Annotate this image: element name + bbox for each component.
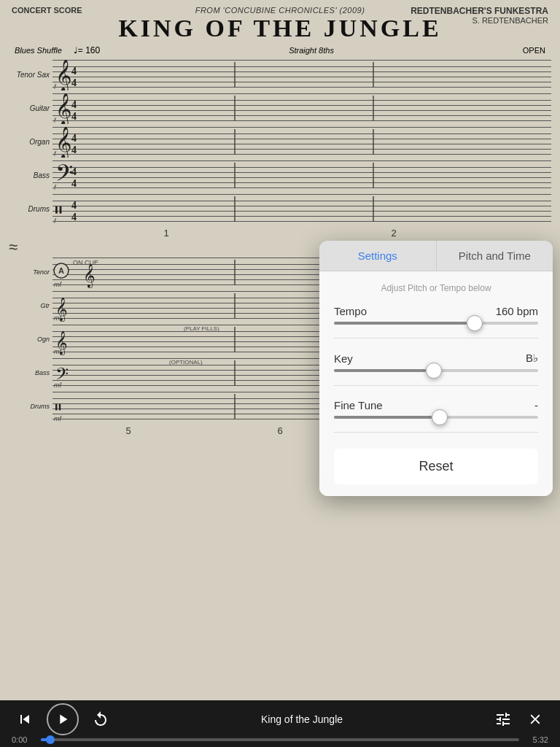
svg-text:4: 4 [71, 133, 77, 144]
concert-score-label: CONCERT SCORE [12, 6, 82, 15]
svg-text:4: 4 [71, 212, 77, 222]
rewind-button[interactable] [12, 706, 38, 732]
pitch-time-tab[interactable]: Pitch and Time [437, 241, 553, 271]
panel-body: Adjust Pitch or Tempo below Tempo 160 bp… [319, 271, 553, 496]
tenor-sax-lines: 𝄞 4 4 f [52, 58, 551, 90]
fine-tune-slider-fill [334, 416, 432, 419]
drums-notation-top: 𝄥 4 4 f [52, 193, 551, 225]
tempo-line: Blues Shuffle ♩= 160 Straight 8ths OPEN [9, 44, 551, 57]
drums-label-b: Drums [9, 390, 52, 422]
key-row: Key B♭ [334, 352, 538, 372]
settings-panel: Settings Pitch and Time Adjust Pitch or … [319, 241, 553, 496]
divider-1 [334, 338, 538, 338]
tenor-sax-notation: 𝄞 4 4 f [52, 58, 551, 90]
composer-name: S. REDTENBACHER [411, 16, 548, 25]
svg-text:(OPTIONAL): (OPTIONAL) [169, 359, 203, 365]
playback-controls: King of the Jungle [0, 703, 560, 735]
svg-text:𝄞: 𝄞 [55, 126, 71, 158]
measure-num-2: 2 [391, 228, 396, 239]
svg-text:𝄢: 𝄢 [55, 160, 73, 191]
key-value: B♭ [526, 352, 538, 365]
organ-notation: 𝄞 4 4 f [52, 125, 551, 158]
straight-8ths-label: Straight 8ths [112, 46, 511, 55]
tempo-slider-track[interactable] [334, 322, 538, 325]
key-slider-thumb[interactable] [426, 363, 442, 379]
tempo-label: Tempo [334, 305, 367, 317]
mixer-icon [494, 711, 512, 728]
tempo-slider-fill [334, 322, 467, 325]
panel-tab-bar: Settings Pitch and Time [319, 241, 553, 271]
rewind-icon [16, 711, 34, 728]
repeat-icon [92, 711, 109, 728]
svg-text:4: 4 [71, 178, 77, 189]
progress-dot[interactable] [46, 735, 55, 744]
drums-label-top: Drums [9, 193, 52, 225]
bass-label-b: Bass [9, 357, 52, 389]
drums-lines-top: 𝄥 4 4 f [52, 193, 551, 225]
bass-staff: Bass 𝄢 4 4 f [9, 159, 551, 191]
fine-tune-slider-thumb[interactable] [432, 409, 448, 425]
measure-num-1: 1 [163, 228, 168, 239]
fine-tune-slider-track[interactable] [334, 416, 538, 419]
svg-text:4: 4 [71, 166, 77, 177]
guitar-label: Guitar [9, 92, 52, 124]
key-label: Key [334, 352, 353, 365]
composer-info: REDTENBACHER'S FUNKESTRA S. REDTENBACHER [411, 6, 548, 25]
guitar-staff: Guitar 𝄞 4 4 f [9, 92, 551, 124]
panel-subtitle: Adjust Pitch or Tempo below [334, 283, 538, 293]
tempo-row: Tempo 160 bpm [334, 305, 538, 325]
progress-section: 0:00 5:32 [0, 735, 560, 744]
svg-text:A: A [58, 266, 64, 275]
divider-2 [334, 385, 538, 386]
guitar-lines: 𝄞 4 4 f [52, 92, 551, 124]
mixer-button[interactable] [490, 706, 516, 732]
tempo-slider-thumb[interactable] [467, 315, 483, 331]
tempo-value: 160 bpm [496, 305, 538, 317]
repeat-button[interactable] [88, 706, 114, 732]
total-time: 5:32 [525, 735, 548, 744]
svg-text:mf: mf [54, 415, 62, 422]
tenor-sax-label: Tenor Sax [9, 58, 52, 90]
guitar-label-b: Gtr [9, 290, 52, 322]
key-slider-fill [334, 369, 426, 372]
organ-staff: Organ 𝄞 4 4 f [9, 125, 551, 158]
fine-tune-value: - [534, 399, 538, 411]
squiggle-icon: ≈ [9, 238, 18, 257]
key-slider-track[interactable] [334, 369, 538, 372]
measure-num-5: 5 [125, 425, 131, 436]
svg-text:4: 4 [71, 99, 77, 110]
close-icon [527, 711, 543, 727]
reset-button[interactable]: Reset [334, 449, 538, 484]
bpm-marking: ♩= 160 [74, 45, 100, 55]
svg-text:4: 4 [71, 77, 77, 88]
bass-notation: 𝄢 4 4 f [52, 159, 551, 191]
tempo-style: Blues Shuffle [15, 46, 62, 55]
tenor-label-b: Tenor [9, 256, 52, 288]
play-icon [55, 711, 71, 727]
measure-num-6: 6 [277, 425, 282, 436]
settings-tab[interactable]: Settings [319, 241, 436, 271]
organ-lines: 𝄞 4 4 f [52, 125, 551, 158]
bass-label: Bass [9, 159, 52, 191]
fine-tune-label: Fine Tune [334, 399, 383, 411]
drums-staff-top: Drums 𝄥 4 4 f [9, 193, 551, 225]
svg-text:mf: mf [54, 348, 62, 355]
tempo-header: Tempo 160 bpm [334, 305, 538, 317]
progress-bar[interactable] [41, 738, 519, 741]
bass-lines: 𝄢 4 4 f [52, 159, 551, 191]
svg-text:𝄞: 𝄞 [83, 263, 96, 288]
play-button[interactable] [47, 703, 79, 735]
band-name: REDTENBACHER'S FUNKESTRA [411, 6, 548, 16]
svg-text:(PLAY FILLS): (PLAY FILLS) [184, 325, 219, 332]
divider-3 [334, 432, 538, 433]
close-button[interactable] [522, 706, 548, 732]
right-controls [490, 706, 548, 732]
score-header: CONCERT SCORE REDTENBACHER'S FUNKESTRA S… [0, 0, 560, 44]
svg-text:4: 4 [71, 66, 77, 77]
svg-text:𝄥: 𝄥 [55, 199, 62, 222]
svg-text:4: 4 [71, 111, 77, 122]
svg-text:mf: mf [54, 314, 62, 322]
svg-text:mf: mf [54, 382, 62, 389]
svg-text:𝄞: 𝄞 [55, 93, 71, 124]
open-label: OPEN [523, 46, 545, 55]
